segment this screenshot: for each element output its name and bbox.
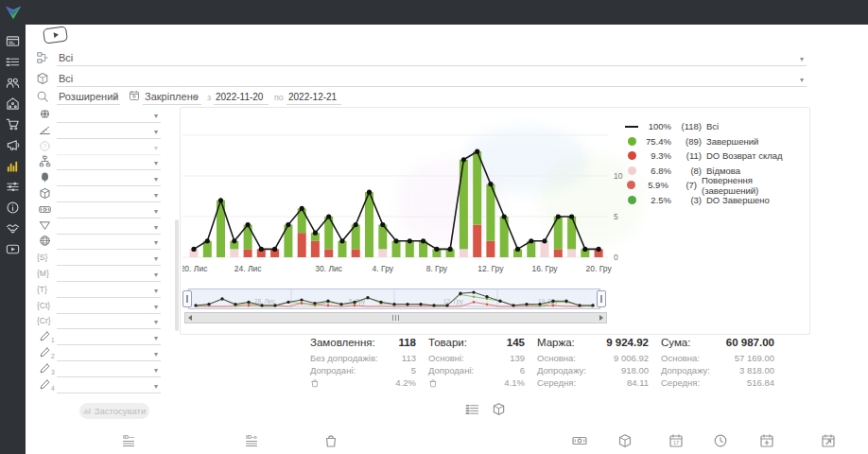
filter-select-18[interactable]: ▾	[57, 378, 161, 393]
id-lines-icon[interactable]: ID—	[123, 433, 138, 448]
calendar-export-icon[interactable]	[821, 433, 836, 448]
id-o-icon[interactable]: ID-o	[246, 433, 261, 448]
bag-icon[interactable]	[323, 433, 339, 448]
stat-sub-label: Без допродажів:	[310, 352, 378, 364]
filter-select-3[interactable]: ▾	[57, 140, 161, 155]
stats-list-icon[interactable]	[465, 402, 479, 416]
handshake-icon[interactable]	[6, 221, 20, 236]
filter-select-14[interactable]: ▾	[57, 314, 161, 329]
date-to-input[interactable]: 2022-12-21	[286, 88, 341, 105]
browser-icon[interactable]	[6, 34, 20, 48]
filter-panel-scrollbar[interactable]	[175, 219, 179, 331]
chevron-down-icon: ▾	[154, 223, 158, 232]
search-mode-value: Розширений	[59, 91, 118, 102]
filter-select-12[interactable]: ▾	[57, 283, 161, 298]
date-to-label: по	[274, 93, 284, 102]
sliders-icon[interactable]	[6, 180, 20, 194]
stat-sub-value: 139	[510, 352, 525, 364]
scroll-right-arrow-icon[interactable]	[597, 313, 606, 323]
calendar-add-icon[interactable]	[759, 433, 774, 448]
stat-column: Товари: 145 Основні: 139 Допродані: 6 4.…	[428, 337, 525, 389]
product-select[interactable]: Всі ▾	[57, 70, 807, 87]
bracket-m-icon: {M}	[37, 269, 49, 278]
filter-select-1[interactable]: ▾	[57, 108, 161, 123]
legend-count: (89)	[675, 136, 702, 147]
top-bar	[0, 0, 868, 25]
legend-dot-marker	[623, 166, 640, 175]
calendar-date-icon[interactable]: 17	[668, 433, 684, 448]
orders-list-icon[interactable]	[6, 55, 20, 69]
filter-select-10[interactable]: ▾	[57, 251, 161, 266]
bracket-t-icon: {T}	[37, 285, 47, 294]
legend-percent: 5.9%	[642, 180, 668, 190]
chevron-down-icon: ▾	[800, 76, 804, 84]
filter-select-2[interactable]: ▾	[57, 124, 161, 139]
stat-value: 145	[507, 337, 525, 348]
minimap-left-handle[interactable]	[182, 290, 192, 307]
svg-text:17: 17	[673, 440, 679, 445]
legend-item[interactable]: 9.3% (11) DO Возврат склад	[623, 148, 805, 164]
chevron-down-icon: ▾	[154, 303, 158, 311]
chevron-down-icon: ▾	[154, 366, 158, 375]
stat-sub-value: 84.11	[627, 376, 649, 389]
analytics-icon[interactable]	[6, 159, 20, 173]
status-group-select[interactable]: Всі ▾	[57, 49, 807, 66]
banknote-icon[interactable]	[572, 433, 587, 448]
stat-sub-row: Допродані: 5	[310, 364, 416, 376]
scrollbar-grip[interactable]	[392, 315, 399, 321]
status-group-value: Всі	[59, 52, 73, 63]
video-icon[interactable]	[6, 242, 20, 256]
chevron-down-icon: ▾	[154, 144, 158, 152]
filter-select-13[interactable]: ▾	[57, 299, 161, 314]
legend-label: Завершений	[706, 136, 758, 147]
date-from-input[interactable]: 2022-11-20	[214, 88, 269, 105]
globe-solid-icon	[39, 108, 51, 120]
filter-select-17[interactable]: ▾	[57, 362, 161, 377]
chevron-down-icon: ▾	[154, 287, 158, 295]
chart-horizontal-scrollbar[interactable]	[184, 312, 607, 323]
filter-select-9[interactable]: ▾	[57, 235, 161, 250]
chart-minimap[interactable]: 28. Лис5. Гру12. Гру19. Гру	[188, 288, 600, 309]
date-from-value: 2022-11-20	[216, 92, 263, 102]
summary-stats: Замовлення: 118 Без допродажів: 113 Допр…	[310, 337, 774, 389]
minimap-right-handle[interactable]	[597, 290, 606, 307]
filter-select-8[interactable]: ▾	[57, 219, 161, 235]
filter-select-16[interactable]: ▾	[57, 346, 161, 361]
stat-sub-value: 5	[411, 364, 416, 376]
apply-filters-button[interactable]: Застосувати	[79, 403, 149, 419]
stat-sub-label: Допродані:	[310, 364, 356, 376]
legend-item[interactable]: 100% (118) Всі	[623, 119, 805, 134]
svg-text:20. Лис: 20. Лис	[182, 264, 208, 273]
app-logo-icon[interactable]	[3, 2, 24, 23]
stat-column: Сума: 60 987.00 Основна: 57 169.00 Допро…	[661, 337, 774, 389]
filter-select-7[interactable]: ▾	[57, 203, 161, 218]
megaphone-icon[interactable]	[6, 138, 20, 152]
stat-sub-value: 918.00	[621, 364, 649, 376]
chevron-down-icon: ▾	[154, 318, 158, 326]
period-type-select[interactable]: Закріплене ▾	[143, 88, 201, 105]
legend-percent: 75.4%	[643, 136, 671, 147]
filter-select-11[interactable]: ▾	[57, 267, 161, 282]
legend-item[interactable]: 75.4% (89) Завершений	[623, 134, 805, 149]
stat-sub-label: Допродажу:	[537, 364, 586, 376]
package-icon[interactable]	[492, 402, 506, 416]
legend-count: (8)	[675, 166, 702, 176]
package-icon[interactable]	[617, 433, 633, 448]
warehouse-icon[interactable]	[6, 96, 20, 111]
stat-value: 9 924.92	[606, 337, 649, 348]
legend-label: Повернення (завершений)	[702, 175, 805, 196]
clients-icon[interactable]	[6, 76, 20, 90]
scroll-left-arrow-icon[interactable]	[185, 313, 195, 323]
filter-select-15[interactable]: ▾	[57, 330, 161, 345]
cart-icon[interactable]	[6, 117, 20, 131]
filter-select-6[interactable]: ▾	[57, 187, 161, 202]
stat-title: Товари:	[428, 337, 467, 348]
legend-item[interactable]: 5.9% (7) Повернення (завершений)	[623, 178, 805, 193]
search-mode-select[interactable]: Розширений ▾	[57, 88, 120, 105]
clock-icon[interactable]	[713, 433, 728, 448]
info-icon[interactable]	[6, 201, 20, 215]
legend-percent: 100%	[643, 121, 671, 131]
filter-select-4[interactable]: ▾	[57, 155, 161, 170]
filter-select-5[interactable]: ▾	[57, 171, 161, 186]
video-tutorial-button[interactable]	[43, 26, 68, 44]
